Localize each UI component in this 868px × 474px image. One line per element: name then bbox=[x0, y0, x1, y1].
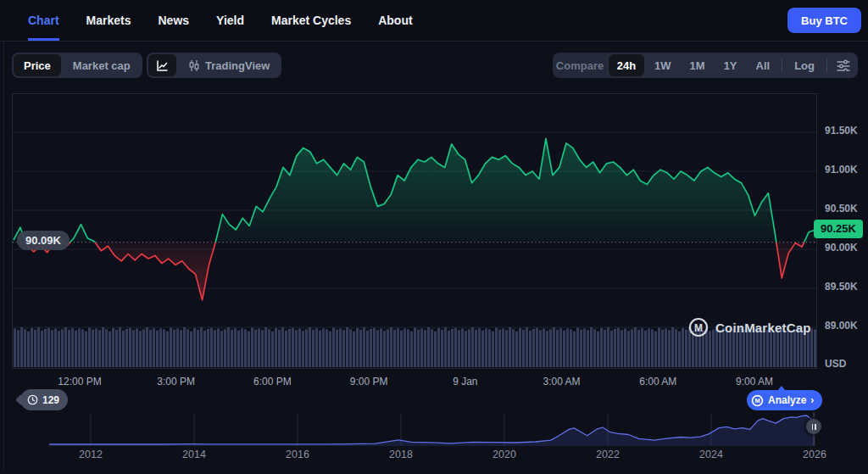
time-tick-label: 3:00 PM bbox=[138, 376, 214, 388]
range-all[interactable]: All bbox=[748, 54, 779, 76]
tab-chart[interactable]: Chart bbox=[28, 0, 59, 41]
header: ChartMarketsNewsYieldMarket CyclesAbout … bbox=[0, 0, 868, 42]
tab-bar: ChartMarketsNewsYieldMarket CyclesAbout bbox=[28, 0, 413, 41]
open-price-pill: 90.09K bbox=[17, 231, 70, 250]
year-tick-label: 2026 bbox=[789, 449, 840, 460]
year-tick-label: 2014 bbox=[169, 449, 220, 460]
candlestick-icon bbox=[188, 59, 200, 72]
analyze-button[interactable]: M Analyze › bbox=[747, 390, 822, 410]
line-chart-icon bbox=[156, 59, 169, 72]
main-price-chart[interactable] bbox=[13, 94, 816, 368]
range-1w[interactable]: 1W bbox=[646, 54, 680, 76]
history-clock-icon bbox=[27, 394, 38, 405]
time-tick-label: 9:00 AM bbox=[716, 376, 793, 388]
price-tick-label: 91.50K bbox=[825, 125, 858, 137]
range-1m[interactable]: 1M bbox=[682, 54, 714, 76]
analyze-label: Analyze bbox=[768, 394, 806, 406]
time-tick-label: 9 Jan bbox=[427, 376, 504, 388]
year-tick-label: 2020 bbox=[479, 449, 530, 460]
time-tick-label: 3:00 AM bbox=[524, 376, 600, 388]
compare-label: Compare bbox=[556, 59, 604, 72]
range-24h[interactable]: 24h bbox=[609, 54, 644, 76]
divider bbox=[782, 59, 782, 72]
divider bbox=[826, 59, 827, 72]
svg-text:M: M bbox=[754, 397, 760, 404]
annotations-count: 129 bbox=[42, 394, 59, 406]
range-selector: 24h1W1M1YAllLog bbox=[607, 53, 858, 78]
tradingview-mode-button[interactable]: TradingView bbox=[178, 54, 280, 76]
year-tick-label: 2022 bbox=[582, 449, 633, 460]
log-scale-button[interactable]: Log bbox=[786, 54, 823, 76]
year-tick-label: 2016 bbox=[272, 449, 323, 460]
navigator-resize-handle[interactable] bbox=[806, 419, 821, 434]
alltime-navigator-chart[interactable] bbox=[12, 412, 856, 448]
range-1y[interactable]: 1Y bbox=[715, 54, 746, 76]
line-chart-mode-button[interactable] bbox=[148, 54, 176, 76]
annotations-count-badge[interactable]: 129 bbox=[20, 389, 68, 410]
price-tick-label: 91.00K bbox=[825, 164, 858, 176]
buy-btc-button[interactable]: Buy BTC bbox=[787, 8, 861, 33]
year-tick-label: 2024 bbox=[686, 449, 737, 460]
tab-yield[interactable]: Yield bbox=[216, 0, 244, 41]
tab-about[interactable]: About bbox=[378, 0, 412, 41]
toggle-price[interactable]: Price bbox=[14, 54, 61, 76]
widget-left-border bbox=[3, 5, 4, 471]
tab-market-cycles[interactable]: Market Cycles bbox=[271, 0, 351, 41]
arrow-right-icon: › bbox=[810, 394, 814, 406]
price-marketcap-toggle: PriceMarket cap bbox=[12, 53, 142, 78]
price-tick-label: 89.00K bbox=[825, 320, 858, 332]
crypto-chart-widget: ChartMarketsNewsYieldMarket CyclesAbout … bbox=[0, 0, 868, 474]
axis-unit-label: USD bbox=[825, 358, 846, 370]
tradingview-label: TradingView bbox=[205, 59, 270, 72]
year-tick-label: 2012 bbox=[65, 449, 116, 460]
last-price-badge: 90.25K bbox=[814, 220, 863, 238]
chart-type-toggle: TradingView bbox=[147, 53, 281, 78]
price-tick-label: 90.50K bbox=[825, 203, 858, 215]
analyze-logo-icon: M bbox=[751, 394, 764, 407]
tab-markets[interactable]: Markets bbox=[86, 0, 131, 41]
toggle-market-cap[interactable]: Market cap bbox=[63, 54, 141, 76]
tab-news[interactable]: News bbox=[158, 0, 189, 41]
price-tick-label: 89.50K bbox=[825, 281, 858, 293]
time-tick-label: 6:00 PM bbox=[234, 376, 310, 388]
year-tick-label: 2018 bbox=[376, 449, 426, 460]
chart-settings-sliders-icon[interactable] bbox=[831, 54, 856, 76]
price-tick-label: 90.00K bbox=[825, 242, 858, 254]
main-chart-area[interactable] bbox=[12, 93, 817, 369]
time-tick-label: 6:00 AM bbox=[620, 376, 696, 388]
time-tick-label: 12:00 PM bbox=[42, 376, 118, 388]
time-tick-label: 9:00 PM bbox=[331, 376, 407, 388]
